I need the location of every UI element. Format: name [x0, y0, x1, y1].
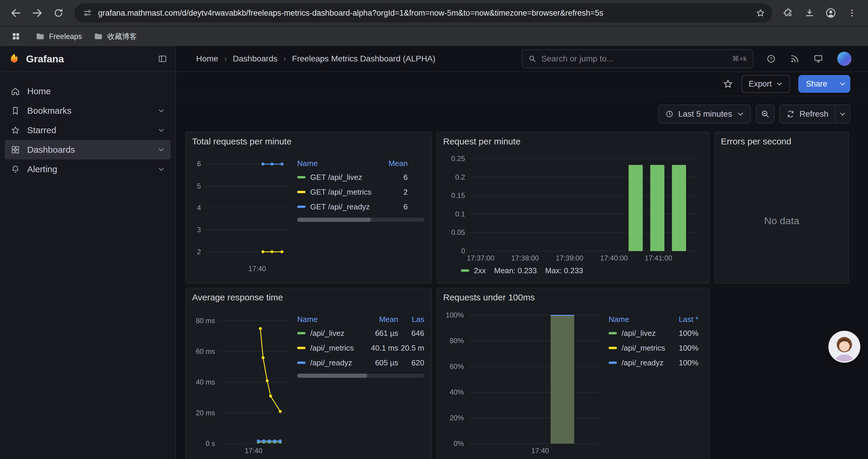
legend-header-name[interactable]: Name: [609, 315, 668, 324]
sidebar-item-home[interactable]: Home: [5, 81, 171, 101]
svg-text:17:40: 17:40: [531, 447, 549, 455]
legend-row: GET /api/_metrics 2: [297, 185, 408, 199]
series-name[interactable]: 2xx: [474, 266, 486, 275]
dashboards-grid-icon: [11, 145, 20, 155]
dock-sidebar-icon[interactable]: [158, 54, 167, 64]
legend-header-name[interactable]: Name: [297, 315, 364, 324]
grafana-logo[interactable]: [8, 53, 20, 65]
bookmark-folder-blog[interactable]: 收藏博客: [94, 32, 137, 41]
legend-header-name[interactable]: Name: [297, 159, 373, 168]
sidebar-item-label: Home: [27, 86, 51, 96]
extensions-icon[interactable]: [778, 3, 798, 23]
svg-text:80%: 80%: [450, 337, 464, 345]
panel-total-requests: Total requests per minute 6543217:40 Nam…: [186, 132, 432, 284]
series-name[interactable]: /api/_readyz: [310, 358, 352, 367]
profile-icon[interactable]: [821, 3, 841, 23]
chevron-down-icon[interactable]: [158, 127, 165, 134]
grafana-header: Home › Dashboards › Freeleaps Metrics Da…: [176, 46, 868, 72]
panel-title[interactable]: Average response time: [186, 288, 431, 304]
svg-text:6: 6: [197, 160, 201, 168]
panel-title[interactable]: Request per minute: [437, 132, 709, 148]
assistant-avatar-button[interactable]: [829, 331, 860, 363]
share-dropdown-button[interactable]: [835, 75, 850, 93]
user-avatar[interactable]: [837, 52, 851, 66]
panel-title[interactable]: Errors per second: [715, 132, 848, 148]
scrollbar-thumb[interactable]: [297, 218, 371, 222]
news-rss-icon[interactable]: [790, 54, 800, 64]
series-name[interactable]: /api/_livez: [622, 329, 656, 338]
breadcrumb-dashboards[interactable]: Dashboards: [233, 54, 277, 64]
sidebar-item-bookmarks[interactable]: Bookmarks: [5, 101, 171, 121]
refresh-interval-dropdown[interactable]: [835, 105, 850, 123]
refresh-button[interactable]: Refresh: [780, 105, 835, 123]
requests-under-100ms-chart[interactable]: 0%20%40%60%80%100%17:40: [441, 304, 605, 455]
chevron-down-icon[interactable]: [158, 166, 165, 173]
downloads-icon[interactable]: [800, 3, 819, 23]
series-last: 100%: [668, 358, 699, 367]
legend-header-last[interactable]: Las: [398, 315, 424, 324]
series-name[interactable]: /api/_metrics: [622, 343, 665, 353]
legend-hscrollbar[interactable]: [297, 374, 424, 378]
search-box[interactable]: ⌘+k: [522, 49, 753, 68]
breadcrumb-home[interactable]: Home: [196, 54, 218, 64]
bookmark-icon: [11, 106, 20, 116]
grafana-main: Home › Dashboards › Freeleaps Metrics Da…: [176, 46, 868, 459]
menu-kebab-icon[interactable]: [842, 3, 862, 23]
bell-icon: [11, 165, 20, 174]
svg-text:17:40: 17:40: [245, 447, 262, 455]
favorite-star-icon[interactable]: [723, 78, 733, 89]
url-text[interactable]: grafana.mathmast.com/d/deytv4rwavabkb/fr…: [98, 8, 746, 18]
panel-title[interactable]: Total requests per minute: [186, 132, 431, 148]
series-last: 100%: [668, 343, 699, 353]
svg-text:40%: 40%: [450, 388, 464, 396]
svg-text:100%: 100%: [446, 311, 464, 319]
legend-header-last[interactable]: Last *: [668, 315, 699, 324]
help-icon[interactable]: ?: [766, 54, 776, 64]
bookmark-folder-freeleaps[interactable]: Freeleaps: [35, 32, 82, 41]
site-info-icon[interactable]: [83, 8, 92, 18]
legend-hscrollbar[interactable]: [297, 218, 424, 222]
forward-button[interactable]: [27, 3, 47, 23]
series-name[interactable]: GET /api/_metrics: [310, 188, 372, 197]
series-name[interactable]: /api/_readyz: [622, 358, 663, 367]
time-range-picker[interactable]: Last 5 minutes: [658, 104, 751, 124]
svg-text:17:40: 17:40: [248, 265, 266, 273]
request-per-minute-chart[interactable]: 00.050.10.150.20.2517:37:0017:38:0017:39…: [443, 148, 703, 263]
svg-text:4: 4: [197, 204, 201, 212]
chevron-down-icon[interactable]: [158, 107, 165, 114]
grafana-sidebar: Grafana Home Bookmarks: [0, 46, 176, 459]
average-response-time-chart[interactable]: 0 s20 ms40 ms60 ms80 ms17:40: [190, 304, 294, 455]
share-button[interactable]: Share: [798, 75, 835, 93]
search-input[interactable]: [541, 54, 727, 64]
series-name[interactable]: /api/_livez: [310, 329, 344, 338]
sidebar-item-dashboards[interactable]: Dashboards: [5, 140, 171, 160]
series-mean: 2: [373, 188, 408, 197]
zoom-out-button[interactable]: [756, 104, 775, 124]
scrollbar-thumb[interactable]: [297, 374, 367, 378]
legend-header-mean[interactable]: Mean: [373, 159, 408, 168]
apps-grid-icon[interactable]: [8, 29, 24, 44]
address-bar[interactable]: grafana.mathmast.com/d/deytv4rwavabkb/fr…: [74, 4, 772, 23]
series-name[interactable]: /api/_metrics: [310, 343, 354, 353]
breadcrumb-current[interactable]: Freeleaps Metrics Dashboard (ALPHA): [292, 54, 435, 64]
sidebar-item-alerting[interactable]: Alerting: [5, 160, 171, 179]
series-swatch: [609, 332, 617, 334]
legend-header-mean[interactable]: Mean: [364, 315, 398, 324]
export-button[interactable]: Export: [742, 75, 790, 93]
back-button[interactable]: [6, 3, 26, 23]
series-swatch: [297, 176, 306, 178]
chevron-down-icon[interactable]: [158, 146, 165, 153]
legend-line: 2xx Mean: 0.233 Max: 0.233: [443, 263, 703, 278]
refresh-label: Refresh: [800, 109, 829, 119]
panel-title[interactable]: Requests under 100ms: [437, 288, 709, 304]
svg-text:5: 5: [197, 182, 201, 190]
sidebar-item-label: Alerting: [27, 164, 57, 174]
sidebar-item-starred[interactable]: Starred: [5, 121, 171, 140]
bookmark-star-icon[interactable]: [752, 5, 769, 21]
reload-button[interactable]: [49, 3, 68, 23]
series-name[interactable]: GET /api/_readyz: [310, 202, 370, 211]
series-name[interactable]: GET /api/_livez: [310, 173, 362, 182]
monitor-icon[interactable]: [814, 54, 823, 64]
share-button-group: Share: [798, 75, 850, 93]
total-requests-chart[interactable]: 6543217:40: [190, 148, 294, 273]
